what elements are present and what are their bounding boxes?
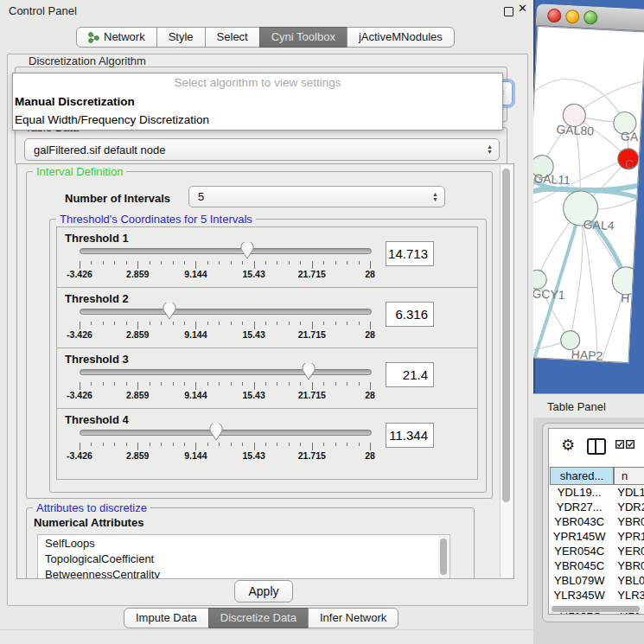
algorithm-popup-prompt: Select algorithm to view settings	[13, 73, 502, 92]
bottom-tab-bar: Impute DataDiscretize DataInfer Network	[124, 608, 399, 628]
column-header-name[interactable]: n	[614, 467, 644, 485]
node-label: C	[625, 157, 634, 172]
tab-network[interactable]: Network	[76, 27, 157, 48]
algorithm-dropdown-popup: Select algorithm to view settings Manual…	[12, 73, 503, 131]
cell-name: YER0	[609, 545, 644, 559]
threshold-value-field[interactable]: 21.4	[386, 362, 434, 387]
viewport-scrollbar[interactable]	[500, 165, 513, 577]
algorithm-option-equal-width-frequency-discretization[interactable]: Equal Width/Frequency Discretization	[13, 111, 502, 129]
tab-jactivemnodules[interactable]: jActiveMNodules	[347, 27, 455, 48]
gear-icon[interactable]: ⚙	[561, 436, 575, 455]
zoom-traffic-light[interactable]	[583, 10, 598, 25]
cyni-toolbox-panel: Discretization Algorithm ▲▼ Select algor…	[7, 54, 528, 606]
close-traffic-light[interactable]	[547, 9, 562, 23]
threshold-slider-2[interactable]	[80, 302, 370, 319]
panel-title: Control Panel	[9, 4, 77, 17]
threshold-slider-1[interactable]	[80, 241, 370, 258]
interval-definition-group: Interval Definition Number of Intervals …	[26, 171, 493, 499]
table-row[interactable]: YBR043CYBR0	[550, 515, 644, 530]
cell-shared-name: YDR27...	[550, 501, 609, 515]
cell-name: YBR0	[609, 515, 644, 530]
cell-name: YLR3	[609, 589, 644, 603]
settings-scroll-viewport: Interval Definition Number of Intervals …	[16, 163, 514, 579]
table-row[interactable]: YLR345WYLR3	[550, 589, 644, 603]
threshold-list: Threshold 1-3.4262.8599.14415.4321.71528…	[56, 226, 478, 480]
apply-button[interactable]: Apply	[234, 580, 293, 603]
threshold-slider-3[interactable]	[80, 362, 370, 379]
float-window-icon[interactable]	[504, 7, 513, 16]
tab-select[interactable]: Select	[205, 27, 260, 48]
attribute-item-betweennesscentrality[interactable]: BetweennessCentrality	[38, 566, 450, 579]
slider-thumb[interactable]	[302, 363, 316, 380]
table-data-group: Table Data galFiltered.sif default node …	[15, 127, 507, 165]
attribute-item-topologicalcoefficient[interactable]: TopologicalCoefficient	[38, 551, 450, 566]
tab-discretize-data[interactable]: Discretize Data	[208, 608, 309, 628]
interval-definition-label: Interval Definition	[33, 165, 126, 178]
threshold-slider-4[interactable]	[80, 423, 370, 440]
table-row[interactable]: YDL19...YDL1	[550, 486, 644, 501]
table-panel-header: Table Panel	[533, 393, 644, 418]
table-row[interactable]: YDR27...YDR2	[550, 501, 644, 515]
tab-infer-network[interactable]: Infer Network	[308, 608, 399, 628]
network-canvas[interactable]: GAL80GACGAL11GAL4GCY1HHAP2	[533, 26, 644, 363]
number-of-intervals-value: 5	[198, 190, 204, 203]
number-of-intervals-combobox[interactable]: 5 ▲▼	[188, 186, 445, 207]
tab-label: Impute Data	[136, 609, 197, 628]
cell-shared-name: YER054C	[550, 545, 609, 559]
tab-style[interactable]: Style	[156, 27, 206, 48]
tab-label: Network	[104, 28, 145, 47]
table-panel-title: Table Panel	[547, 400, 606, 413]
threshold-value-field[interactable]: 11.344	[386, 423, 434, 448]
table-row[interactable]: YER054CYER0	[550, 545, 644, 559]
minimize-traffic-light[interactable]	[565, 10, 580, 24]
tab-cyni-toolbox[interactable]: Cyni Toolbox	[259, 27, 348, 48]
threshold-value-field[interactable]: 14.713	[386, 241, 434, 266]
checkbox-icon	[626, 440, 634, 449]
cell-name: YPR1	[609, 530, 644, 545]
numerical-attributes-list[interactable]: SelfLoopsTopologicalCoefficientBetweenne…	[37, 534, 450, 579]
attributes-scrollbar[interactable]	[438, 536, 449, 579]
table-panel-container: ⚙ shared... n YDL19...YDL1YDR27...YDR2YB…	[542, 423, 644, 622]
cell-name: YBL0	[609, 574, 644, 589]
slider-ticks	[80, 322, 370, 329]
column-header-shared-name[interactable]: shared...	[550, 467, 614, 485]
cell-shared-name: YBL079W	[550, 574, 609, 589]
network-icon	[88, 32, 99, 43]
node-label: GA	[621, 129, 640, 143]
table-row[interactable]: YBR045CYBR0	[550, 559, 644, 574]
threshold-panel-4: Threshold 4-3.4262.8599.14415.4321.71528…	[56, 408, 478, 480]
split-table-icon[interactable]	[587, 438, 606, 455]
tab-label: Infer Network	[320, 609, 386, 628]
algorithm-option-manual-discretization[interactable]: Manual Discretization	[13, 92, 502, 111]
threshold-panel-3: Threshold 3-3.4262.8599.14415.4321.71528…	[56, 348, 478, 409]
table-data-combobox[interactable]: galFiltered.sif default node ▲▼	[24, 138, 500, 161]
slider-track	[80, 430, 372, 436]
tab-label: jActiveMNodules	[359, 28, 443, 47]
slider-tick-labels: -3.4262.8599.14415.4321.71528	[80, 269, 370, 279]
table-row[interactable]: YPR145WYPR1	[550, 530, 644, 545]
slider-ticks	[80, 261, 370, 269]
algorithm-group-label: Discretization Algorithm	[29, 54, 146, 67]
tab-label: Select	[217, 28, 248, 47]
table-toolbar: ⚙	[549, 429, 644, 463]
slider-tick-labels: -3.4262.8599.14415.4321.71528	[80, 450, 370, 461]
thresholds-group: Threshold's Coordinates for 5 Intervals …	[49, 219, 487, 493]
slider-thumb[interactable]	[240, 242, 254, 259]
tab-impute-data[interactable]: Impute Data	[124, 608, 209, 628]
attribute-item-selfloops[interactable]: SelfLoops	[38, 535, 450, 551]
slider-thumb[interactable]	[163, 303, 176, 320]
table-row[interactable]: YBL079WYBL0	[550, 574, 644, 589]
top-tab-bar: NetworkStyleSelectCyni ToolboxjActiveMNo…	[76, 27, 455, 48]
table-horizontal-scrollbar[interactable]	[550, 605, 644, 613]
slider-thumb[interactable]	[209, 424, 223, 441]
table-rows: YDL19...YDL1YDR27...YDR2YBR043CYBR0YPR14…	[550, 486, 644, 615]
table-data-selected-value: galFiltered.sif default node	[34, 143, 165, 156]
screen: Control Panel ✕ NetworkStyleSelectCyni T…	[0, 0, 644, 644]
attributes-group: Attributes to discretize Numerical Attri…	[26, 507, 475, 579]
close-icon[interactable]: ✕	[518, 2, 527, 15]
control-panel: Control Panel ✕ NetworkStyleSelectCyni T…	[0, 0, 533, 644]
network-graph: GAL80GACGAL11GAL4GCY1HHAP2	[533, 27, 644, 362]
network-view-window: GAL80GACGAL11GAL4GCY1HHAP2	[533, 3, 644, 367]
select-columns-icons[interactable]	[615, 440, 634, 449]
threshold-value-field[interactable]: 6.316	[386, 302, 434, 327]
